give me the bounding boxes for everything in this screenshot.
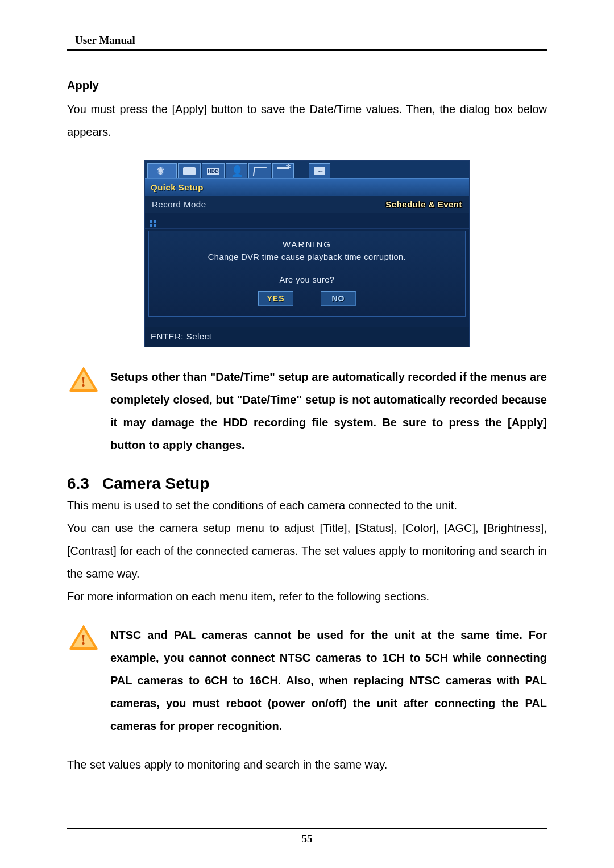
yes-button[interactable]: YES: [258, 291, 293, 306]
tab-system[interactable]: [272, 163, 294, 178]
tab-camera[interactable]: [178, 163, 201, 178]
note-block-2: ! NTSC and PAL cameras cannot be used fo…: [67, 624, 547, 737]
page-number: 55: [67, 828, 547, 845]
dvr-screenshot: ✺ HDD 👤 Quick Setup Record Mode Schedule…: [67, 160, 547, 347]
section-title: Camera Setup: [102, 475, 209, 492]
page-header: User Manual: [67, 34, 547, 51]
dvr-footer-hint: ENTER: Select: [145, 327, 469, 347]
tab-hdd[interactable]: HDD: [202, 163, 225, 178]
apply-paragraph: You must press the [Apply] button to sav…: [67, 98, 547, 143]
tab-exit[interactable]: [309, 163, 330, 178]
camera-icon: [183, 167, 196, 175]
camera-setup-p2: You can use the camera setup menu to adj…: [67, 517, 547, 585]
dvr-window: ✺ HDD 👤 Quick Setup Record Mode Schedule…: [144, 160, 470, 347]
section-6-3-heading: 6.3Camera Setup: [67, 475, 547, 493]
camera-setup-p3: For more information on each menu item, …: [67, 585, 547, 608]
apply-heading: Apply: [67, 79, 547, 92]
note-2-text: NTSC and PAL cameras cannot be used for …: [110, 624, 547, 737]
record-mode-value: Schedule & Event: [385, 200, 462, 209]
no-button[interactable]: NO: [321, 291, 356, 306]
confirm-question: Are you sure?: [160, 275, 454, 284]
dvr-preview-strip: [145, 213, 469, 229]
grid-icon: [150, 220, 156, 227]
note-1-text: Setups other than "Date/Time" setup are …: [110, 366, 547, 456]
note-block-1: ! Setups other than "Date/Time" setup ar…: [67, 366, 547, 456]
tab-user[interactable]: 👤: [226, 163, 247, 178]
dvr-tabbar: ✺ HDD 👤: [145, 161, 469, 178]
exit-icon: [314, 167, 325, 175]
camera-setup-p1: This menu is used to set the conditions …: [67, 494, 547, 517]
record-mode-row: Record Mode Schedule & Event: [145, 196, 469, 213]
network-icon: [253, 167, 267, 176]
tab-network[interactable]: [248, 163, 271, 178]
user-icon: 👤: [231, 167, 242, 176]
camera-setup-p4: The set values apply to monitoring and s…: [67, 753, 547, 776]
section-number: 6.3: [67, 475, 102, 493]
hdd-icon: HDD: [207, 168, 219, 175]
manual-page: User Manual Apply You must press the [Ap…: [0, 0, 614, 868]
warning-dialog: WARNING Change DVR time cause playback t…: [148, 231, 466, 317]
tab-quicksetup[interactable]: ✺: [147, 163, 177, 178]
warning-icon: !: [67, 366, 100, 456]
warning-message: Change DVR time cause playback time corr…: [160, 252, 454, 261]
system-icon: [277, 167, 289, 175]
record-mode-label: Record Mode: [152, 200, 206, 209]
warning-icon: !: [67, 624, 100, 737]
dvr-title: Quick Setup: [145, 178, 469, 196]
warning-title: WARNING: [160, 239, 454, 249]
gear-icon: ✺: [156, 167, 168, 176]
